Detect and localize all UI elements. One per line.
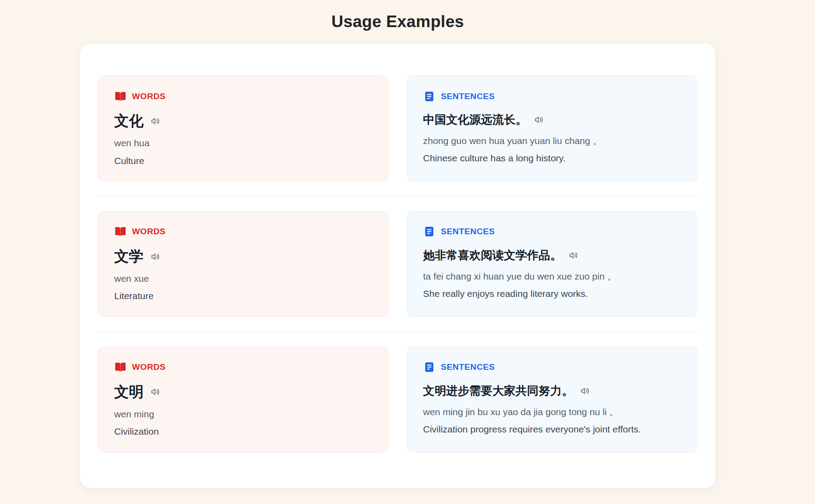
sentence-audio-button[interactable] — [534, 115, 543, 124]
sentence-headline: 文明进步需要大家共同努力。 — [423, 384, 681, 398]
words-card-header: WORDS — [114, 226, 372, 238]
sentence-audio-button[interactable] — [569, 251, 578, 260]
word-meaning: Culture — [114, 155, 372, 167]
example-row: WORDS 文明 wen ming Civilization — [98, 347, 698, 452]
word-text: 文明 — [114, 384, 144, 400]
sentence-pinyin: zhong guo wen hua yuan yuan liu chang 。 — [423, 135, 681, 147]
word-meaning: Civilization — [114, 425, 372, 437]
speaker-icon — [534, 115, 543, 124]
sentences-card: SENTENCES 中国文化源远流长。 zhong guo wen hua yu… — [407, 76, 698, 181]
sentence-translation: Civilization progress requires everyone'… — [423, 423, 681, 435]
word-pinyin: wen hua — [114, 137, 372, 149]
word-meaning: Literature — [114, 290, 372, 302]
words-label: WORDS — [132, 227, 166, 236]
sentences-card-header: SENTENCES — [423, 361, 681, 373]
sentence-pinyin: ta fei chang xi huan yue du wen xue zuo … — [423, 270, 681, 282]
document-icon — [423, 226, 435, 238]
words-card: WORDS 文明 wen ming Civilization — [98, 347, 389, 452]
words-card-header: WORDS — [114, 361, 372, 373]
speaker-icon — [569, 251, 578, 260]
sentences-label: SENTENCES — [441, 92, 495, 101]
words-card-header: WORDS — [114, 90, 372, 102]
word-pinyin: wen ming — [114, 408, 372, 420]
word-audio-button[interactable] — [151, 252, 160, 261]
words-card: WORDS 文学 wen xue Literature — [98, 211, 389, 317]
word-audio-button[interactable] — [151, 387, 160, 396]
row-divider — [98, 196, 698, 196]
words-label: WORDS — [132, 362, 166, 372]
word-pinyin: wen xue — [114, 272, 372, 284]
sentences-card: SENTENCES 她非常喜欢阅读文学作品。 ta fei chang xi h… — [407, 211, 698, 317]
speaker-icon — [151, 387, 160, 396]
speaker-icon — [151, 116, 160, 126]
words-card: WORDS 文化 wen hua Culture — [98, 76, 389, 181]
sentences-label: SENTENCES — [441, 362, 495, 372]
sentences-card-header: SENTENCES — [423, 226, 681, 238]
page-title: Usage Examples — [80, 0, 715, 31]
sentence-text: 中国文化源远流长。 — [423, 113, 527, 127]
sentence-pinyin: wen ming jin bu xu yao da jia gong tong … — [423, 406, 681, 418]
book-open-icon — [114, 226, 126, 238]
sentences-card: SENTENCES 文明进步需要大家共同努力。 wen ming jin bu … — [407, 347, 698, 452]
row-divider — [98, 332, 698, 332]
document-icon — [423, 90, 435, 102]
word-headline: 文学 — [114, 248, 372, 264]
sentence-translation: She really enjoys reading literary works… — [423, 288, 681, 300]
sentence-audio-button[interactable] — [580, 386, 590, 396]
word-text: 文化 — [114, 113, 144, 129]
word-audio-button[interactable] — [151, 116, 160, 126]
speaker-icon — [151, 252, 160, 261]
document-icon — [423, 361, 435, 373]
sentence-headline: 中国文化源远流长。 — [423, 113, 681, 127]
sentences-card-header: SENTENCES — [423, 90, 681, 102]
sentences-label: SENTENCES — [441, 227, 495, 236]
page-container: Usage Examples WORDS 文化 — [80, 0, 715, 488]
word-text: 文学 — [114, 248, 144, 264]
speaker-icon — [580, 386, 590, 396]
sentence-text: 她非常喜欢阅读文学作品。 — [423, 248, 562, 262]
word-headline: 文化 — [114, 113, 372, 129]
word-headline: 文明 — [114, 384, 372, 400]
sentence-text: 文明进步需要大家共同努力。 — [423, 384, 573, 398]
sentence-translation: Chinese culture has a long history. — [423, 152, 681, 164]
sentence-headline: 她非常喜欢阅读文学作品。 — [423, 248, 681, 262]
book-open-icon — [114, 361, 126, 373]
words-label: WORDS — [132, 92, 166, 101]
book-open-icon — [114, 90, 126, 102]
example-row: WORDS 文学 wen xue Literature — [98, 211, 698, 317]
usage-examples-card: WORDS 文化 wen hua Culture — [80, 44, 715, 488]
example-row: WORDS 文化 wen hua Culture — [98, 76, 698, 181]
